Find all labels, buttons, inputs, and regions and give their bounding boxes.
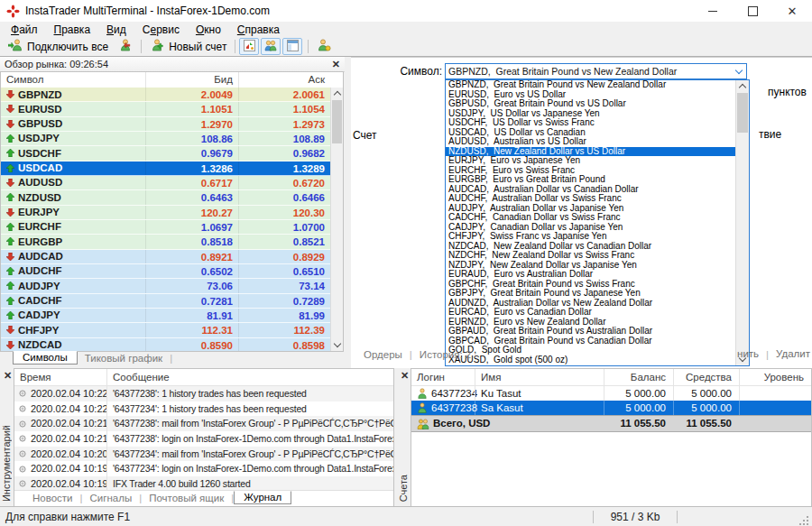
market-watch-close-icon[interactable]: ✕ bbox=[332, 60, 340, 69]
dropdown-item[interactable]: EURCHF, Euro vs Swiss Franc bbox=[446, 166, 736, 176]
delete-button-partial[interactable]: Удалит bbox=[776, 348, 810, 360]
market-watch-row[interactable]: CHFJPY112.31112.39 bbox=[1, 323, 331, 337]
market-watch-row[interactable]: EURCHF1.06971.0700 bbox=[1, 220, 331, 235]
market-watch-row[interactable]: NZDCAD0.85900.8598 bbox=[1, 338, 331, 351]
market-watch-row[interactable]: GBPUSD1.29701.2973 bbox=[1, 117, 331, 132]
dropdown-item[interactable]: GBPCAD, Great Britain Pound vs Canadian … bbox=[446, 337, 736, 346]
menu-item-сервис[interactable]: Сервис bbox=[134, 23, 188, 36]
dropdown-item[interactable]: GBPAUD, Great Britain Pound vs Australia… bbox=[446, 327, 736, 337]
dropdown-item[interactable]: EURAUD, Euro vs Australian Dollar bbox=[446, 270, 736, 280]
menu-item-вид[interactable]: Вид bbox=[98, 23, 134, 36]
tab-журнал[interactable]: Журнал bbox=[234, 491, 291, 504]
scroll-thumb[interactable] bbox=[332, 100, 342, 143]
disconnect-all-button[interactable] bbox=[113, 37, 137, 56]
log-row[interactable]: 2020.02.04 10:22:2...'64377238': 1 histo… bbox=[14, 386, 393, 401]
market-watch-row[interactable]: EURJPY120.27120.30 bbox=[1, 206, 331, 220]
market-watch-row[interactable]: CADJPY81.9181.99 bbox=[1, 309, 331, 323]
scroll-thumb[interactable] bbox=[737, 93, 748, 133]
dropdown-item[interactable]: USDCHF, US Dollar vs Swiss Franc bbox=[446, 118, 736, 128]
account-settings-button[interactable] bbox=[312, 37, 336, 56]
dropdown-item[interactable]: GBPNZD, Great Britain Pound vs New Zeala… bbox=[446, 80, 736, 90]
dropdown-item[interactable]: EURJPY, Euro vs Japanese Yen bbox=[446, 156, 736, 166]
dropdown-item[interactable]: XAUUSD, Gold spot (500 oz) bbox=[446, 355, 736, 365]
scroll-up-icon[interactable] bbox=[331, 88, 343, 99]
dropdown-item[interactable]: NZDCHF, New Zealand Dollar vs Swiss Fran… bbox=[446, 251, 736, 261]
log-row[interactable]: 2020.02.04 10:21:1...'64377238': mail fr… bbox=[14, 416, 393, 431]
dropdown-item[interactable]: AUDJPY, Australian Dollar vs Japanise Ye… bbox=[446, 204, 736, 214]
dropdown-item[interactable]: NZDJPY, New Zealand Dollar vs Japanise Y… bbox=[446, 261, 736, 271]
dropdown-item[interactable]: NZDCAD, New Zealand Dollar vs Canadian D… bbox=[446, 242, 736, 252]
tab-тиковый-график[interactable]: Тиковый график bbox=[78, 352, 170, 364]
resize-grip[interactable] bbox=[798, 515, 809, 526]
market-watch-row[interactable]: EURGBP0.85180.8521 bbox=[1, 235, 331, 249]
accounts-side-label[interactable]: Счета bbox=[398, 475, 409, 502]
tab-сигналы[interactable]: Сигналы bbox=[83, 492, 140, 503]
market-watch-row[interactable]: EURUSD1.10511.1054 bbox=[1, 102, 331, 116]
market-watch-row[interactable]: AUDCHF0.65020.6510 bbox=[1, 264, 331, 279]
dropdown-scrollbar[interactable] bbox=[735, 80, 749, 365]
menu-item-файл[interactable]: Файл bbox=[3, 23, 46, 36]
tab-история-2[interactable]: История: 2 bbox=[412, 348, 478, 360]
dropdown-item[interactable]: GBPUSD, Great Britain Pound vs US Dollar bbox=[446, 99, 736, 109]
dropdown-item[interactable]: GOLD, Spot Gold bbox=[446, 346, 736, 355]
toggle-accounts-button[interactable] bbox=[261, 38, 281, 55]
tab-символы[interactable]: Символы bbox=[13, 351, 78, 365]
dropdown-item[interactable]: EURUSD, Euro vs US Dollar bbox=[446, 90, 736, 100]
column-header-symbol[interactable]: Символ bbox=[1, 72, 145, 88]
toggle-market-watch-button[interactable] bbox=[239, 38, 259, 55]
column-header-equity[interactable]: Средства bbox=[673, 369, 739, 385]
connect-all-button[interactable]: Подключить все bbox=[4, 37, 113, 56]
symbol-combobox[interactable]: GBPNZD, Great Britain Pound vs New Zeala… bbox=[445, 63, 747, 79]
market-watch-row[interactable]: USDJPY108.86108.89 bbox=[1, 132, 331, 146]
column-header-time[interactable]: Время bbox=[14, 369, 106, 385]
chevron-down-icon[interactable] bbox=[732, 68, 746, 76]
dropdown-item[interactable]: GBPCHF, Great Britain Pound vs Swiss Fra… bbox=[446, 280, 736, 290]
dropdown-item[interactable]: AUDUSD, Australian vs US Dollar bbox=[446, 137, 736, 147]
dropdown-item[interactable]: CADCHF, Canadian Dollar vs Swiss Franc bbox=[446, 213, 736, 223]
close-button[interactable]: ✕ bbox=[772, 0, 812, 22]
market-watch-row[interactable]: GBPNZD2.00492.0061 bbox=[1, 88, 331, 102]
column-header-login[interactable]: Логин bbox=[411, 369, 475, 385]
toolbox-side-label[interactable]: Инструментарий bbox=[1, 425, 12, 502]
scroll-up-icon[interactable] bbox=[736, 80, 749, 92]
dropdown-item[interactable]: AUDCHF, Australian Dollar vs Swiss Franc bbox=[446, 194, 736, 204]
market-watch-row[interactable]: AUDJPY73.0673.14 bbox=[1, 279, 331, 293]
new-account-button[interactable]: Новый счет bbox=[145, 37, 231, 56]
dropdown-item[interactable]: GBPJPY, Great Britain Pound vs Japanese … bbox=[446, 289, 736, 299]
dropdown-item[interactable]: EURCAD, Euro vs Canadian Dollar bbox=[446, 308, 736, 318]
dropdown-item[interactable]: CHFJPY, Swiss Franc vs Japanise Yen bbox=[446, 232, 736, 242]
dropdown-item[interactable]: EURGBP, Euro vs Great Britain Pound bbox=[446, 175, 736, 185]
column-header-ask[interactable]: Аск bbox=[238, 72, 330, 88]
account-row[interactable]: 64377234Ku Tasut5 000.005 000.00 bbox=[411, 386, 811, 401]
log-row[interactable]: 2020.02.04 10:20:0...'64377234': mail fr… bbox=[14, 447, 393, 462]
toolbox-close-icon[interactable]: ✕ bbox=[4, 371, 12, 381]
tab-ордеры[interactable]: Ордеры bbox=[356, 348, 410, 360]
accounts-close-icon[interactable]: ✕ bbox=[401, 371, 409, 381]
dropdown-item[interactable]: AUDCAD, Australian Dollar vs Canadian Do… bbox=[446, 185, 736, 195]
column-header-level[interactable]: Уровень bbox=[739, 369, 811, 385]
dropdown-item[interactable]: EURNZD, Euro vs New Zealand Dollar bbox=[446, 318, 736, 328]
tab-почтовый-ящик[interactable]: Почтовый ящик bbox=[142, 492, 231, 503]
column-header-name[interactable]: Имя bbox=[475, 369, 604, 385]
dropdown-item[interactable]: NZDUSD, New Zealand Dollar vs US Dollar bbox=[446, 147, 736, 157]
menu-item-окно[interactable]: Окно bbox=[188, 23, 229, 36]
tab-новости[interactable]: Новости bbox=[25, 492, 80, 503]
toggle-terminal-button[interactable] bbox=[282, 38, 302, 55]
market-watch-row[interactable]: CADCHF0.72810.7289 bbox=[1, 294, 331, 309]
market-watch-row[interactable]: AUDUSD0.67170.6720 bbox=[1, 176, 331, 190]
column-header-bid[interactable]: Бид bbox=[145, 72, 238, 88]
column-header-message[interactable]: Сообщение bbox=[106, 369, 393, 385]
dropdown-item[interactable]: USDCAD, US Dollar vs Canadian bbox=[446, 128, 736, 138]
menu-item-правка[interactable]: Правка bbox=[46, 23, 99, 36]
log-row[interactable]: 2020.02.04 10:21:0...'64377238': login o… bbox=[14, 431, 393, 447]
market-watch-row[interactable]: USDCAD1.32861.3289 bbox=[1, 161, 331, 176]
account-row[interactable]: 64377238Sa Kasut5 000.005 000.00 bbox=[411, 401, 811, 415]
minimize-button[interactable] bbox=[693, 0, 733, 22]
scroll-down-icon[interactable] bbox=[331, 339, 343, 351]
dropdown-item[interactable]: USDJPY, US Dollar vs Japanese Yen bbox=[446, 109, 736, 119]
dropdown-item[interactable]: AUDNZD, Australian Dollar vs New Zealand… bbox=[446, 299, 736, 309]
dropdown-item[interactable]: CADJPY, Canadian Dollar vs Japanise Yen bbox=[446, 223, 736, 233]
market-watch-row[interactable]: USDCHF0.96790.9682 bbox=[1, 146, 331, 161]
maximize-button[interactable] bbox=[733, 0, 772, 22]
log-row[interactable]: 2020.02.04 10:22:2...'64377234': 1 histo… bbox=[14, 401, 393, 417]
